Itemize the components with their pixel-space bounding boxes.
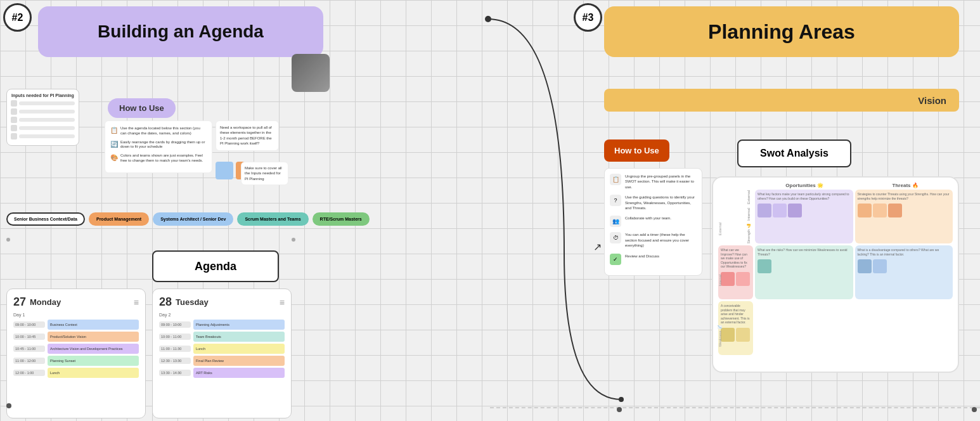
step-icon-2: ?	[610, 195, 621, 206]
step-icon-5: ✓	[610, 254, 621, 265]
dot-2	[292, 238, 295, 242]
photo-image	[292, 54, 330, 92]
tuesday-day-label: Day 2	[159, 313, 285, 317]
tuesday-event-3: Lunch	[193, 344, 285, 354]
input-bar-4	[19, 126, 75, 130]
input-icon-1	[11, 100, 17, 107]
step-icon-4: ⏱	[610, 232, 621, 243]
role-tab-product[interactable]: Product Management	[89, 212, 149, 226]
right-section: #3 Planning Areas Vision How to Use Swot…	[490, 0, 980, 421]
swot-col-opp: Oportunities 🌟	[785, 183, 823, 188]
monday-slot-4: 11:00 - 12:00 Planning Sunset	[13, 356, 139, 366]
left-endpoint-dot	[617, 407, 622, 412]
badge-2: #2	[3, 3, 32, 32]
badge-3: #3	[574, 3, 602, 32]
role-tab-rte[interactable]: RTE/Scrum Masters	[313, 212, 370, 226]
step-row-2: ? Use the guiding questions to identify …	[610, 195, 697, 210]
tuesday-card: 28 Tuesday ≡ Day 2 09:00 - 10:00 Plannin…	[152, 288, 292, 418]
instr-icon-1: 📋	[110, 127, 118, 134]
internal-opp-text: What can we Improve? How can we make use…	[721, 248, 751, 269]
cursor-icon: ↗	[593, 241, 602, 253]
instr-icon-3: 🎨	[110, 154, 118, 161]
input-icon-5	[11, 133, 17, 139]
weakness-opp-text: What is a disadvantage compared to other…	[858, 248, 951, 256]
monday-slot-2: 10:00 - 10:45 Product/Solution Vision	[13, 332, 139, 342]
bottom-dashed-line	[490, 407, 980, 408]
monday-event-4: Planning Sunset	[48, 356, 139, 366]
left-title: Building an Agenda	[98, 22, 264, 42]
input-row-2	[11, 108, 75, 115]
monday-event-3: Architecture Vision and Development Prac…	[48, 344, 139, 354]
sticky-10	[858, 259, 872, 273]
input-row-4	[11, 125, 75, 131]
bottom-left-dots	[6, 403, 11, 408]
input-bar-2	[19, 110, 75, 113]
input-icon-3	[11, 117, 17, 123]
step-row-4: ⏱ You can add a timer (these help the se…	[610, 232, 697, 248]
instr-text-3: Colors and teams shown are just examples…	[120, 153, 207, 164]
monday-header: 27 Monday ≡	[13, 295, 139, 309]
swot-header: Oportunities 🌟 Threats 🔥	[713, 178, 958, 190]
inputs-panel-title: Inputs needed for PI Planning	[11, 93, 75, 98]
tuesday-slot-2: 10:00 - 11:00 Team Breakouts	[159, 332, 285, 342]
monday-event-2: Product/Solution Vision	[48, 332, 139, 342]
tuesday-header: 28 Tuesday ≡	[159, 295, 285, 309]
instr-row-3: 🎨 Colors and teams shown are just exampl…	[110, 153, 207, 164]
how-to-use-left-button[interactable]: How to Use	[108, 98, 176, 118]
agenda-title-box: Agenda	[152, 250, 279, 282]
workspace-text: Need a workspace to pull all of these el…	[220, 125, 274, 146]
step-text-1: Ungroup the pre-grouped panels in the SW…	[625, 174, 697, 190]
instr-row-2: 🔄 Easily rearrange the cards by dragging…	[110, 140, 207, 150]
step-icon-1: 📋	[610, 174, 621, 185]
step-text-4: You can add a timer (these help the sect…	[625, 232, 697, 248]
how-to-use-right-button[interactable]: How to Use	[604, 139, 669, 162]
strength-label: External	[747, 190, 751, 204]
step-text-3: Collaborate with your team.	[625, 216, 671, 221]
monday-slot-3: 10:45 - 11:00 Architecture Vision and De…	[13, 344, 139, 354]
internal-label: Internal	[747, 208, 751, 221]
monday-slot-1: 09:00 - 10:00 Business Context	[13, 320, 139, 330]
monday-slot-5: 12:00 - 1:00 Lunch	[13, 368, 139, 378]
right-endpoint-dot	[972, 407, 977, 412]
step-row-3: 👥 Collaborate with your team.	[610, 216, 697, 227]
swot-cell-weakness-opp: What is a disadvantage compared to other…	[855, 245, 953, 299]
sticky-11	[873, 259, 887, 273]
axis-weakness: Weakness 📉	[718, 325, 722, 347]
tuesday-event-1: Planning Adjustments	[193, 320, 285, 330]
make-sure-text: Make sure to cover all the Inputs needed…	[245, 165, 285, 181]
tuesday-slot-5: 13:30 - 14:30 ART Risks	[159, 368, 285, 378]
workspace-box: Need a workspace to pull all of these el…	[216, 120, 279, 151]
weakness-opp-stickies	[858, 259, 887, 273]
tuesday-date: 28 Tuesday	[159, 295, 209, 309]
weakness-label: Strength 💪	[746, 224, 751, 243]
instr-text-1: Use the agenda located below this sectio…	[120, 126, 207, 136]
weakness-threat-stickies	[721, 328, 750, 342]
steps-panel: 📋 Ungroup the pre-grouped panels in the …	[604, 168, 702, 276]
dot-1	[6, 238, 10, 242]
bottom-dot-left	[6, 403, 11, 408]
role-tab-senior[interactable]: Senior Business Context/Data	[6, 212, 85, 226]
left-section: #2 Building an Agenda Inputs needed for …	[0, 0, 488, 421]
tuesday-slot-4: 12:30 - 13:30 Final Plan Review	[159, 356, 285, 366]
sticky-9	[758, 259, 771, 273]
monday-day-label: Day 1	[13, 313, 139, 317]
weakness-threat-text: A conceivable problem that may arise and…	[721, 304, 751, 325]
input-icon-4	[11, 125, 17, 131]
step-text-2: Use the guiding questions to identify yo…	[625, 195, 697, 210]
internal-threat-stickies	[758, 259, 771, 273]
vision-label: Vision	[918, 95, 946, 106]
role-tab-systems[interactable]: Systems Architect / Senior Dev	[153, 212, 233, 226]
swot-title-box: Swot Analysis	[737, 139, 851, 167]
tuesday-slot-1: 09:00 - 10:00 Planning Adjustments	[159, 320, 285, 330]
input-bar-5	[19, 134, 75, 138]
color-square-blue	[216, 162, 233, 179]
swot-diagram: Oportunities 🌟 Threats 🔥 External Intern…	[712, 176, 959, 373]
swot-cell-internal-threat: What are the risks? How can we minimize …	[755, 245, 853, 299]
role-tab-scrum[interactable]: Scrum Masters and Teams	[237, 212, 308, 226]
right-title-box: Planning Areas	[604, 6, 959, 57]
tuesday-menu-icon: ≡	[280, 297, 285, 308]
swot-cell-strength-threat: Strategies to counter Threats using your…	[855, 190, 953, 243]
agenda-title: Agenda	[195, 260, 236, 273]
internal-opp-stickies	[721, 272, 750, 286]
monday-card: 27 Monday ≡ Day 1 09:00 - 10:00 Business…	[6, 288, 146, 418]
